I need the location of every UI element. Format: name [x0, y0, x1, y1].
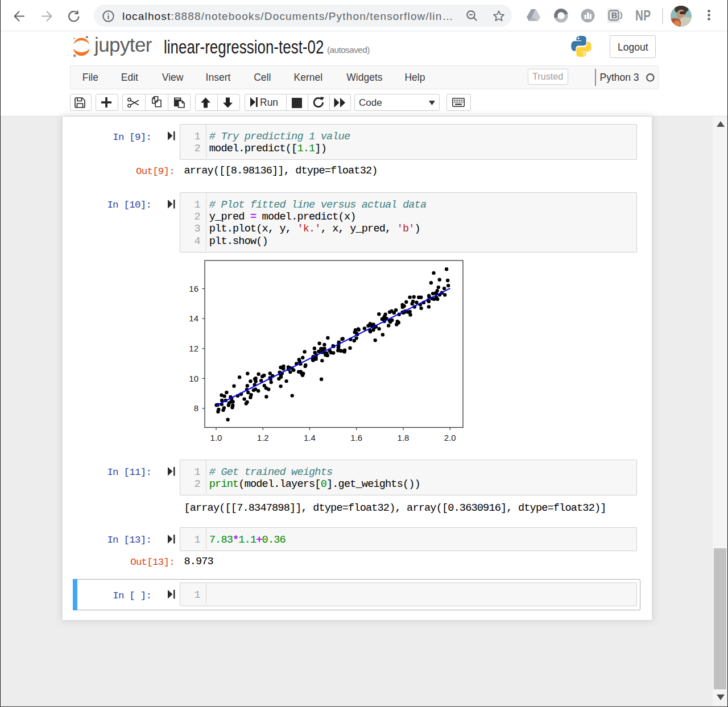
- svg-text:1.0: 1.0: [210, 433, 222, 443]
- svg-text:14: 14: [189, 313, 198, 323]
- svg-text:1.2: 1.2: [257, 433, 269, 443]
- svg-text:B: B: [611, 11, 617, 20]
- svg-text:1.8: 1.8: [398, 433, 410, 443]
- svg-text:1.4: 1.4: [304, 433, 316, 443]
- svg-text:8: 8: [194, 403, 198, 413]
- svg-text:16: 16: [189, 284, 198, 293]
- svg-text:2.0: 2.0: [444, 433, 456, 443]
- svg-text:10: 10: [189, 374, 198, 383]
- svg-text:12: 12: [189, 344, 198, 353]
- svg-text:1.6: 1.6: [350, 433, 362, 443]
